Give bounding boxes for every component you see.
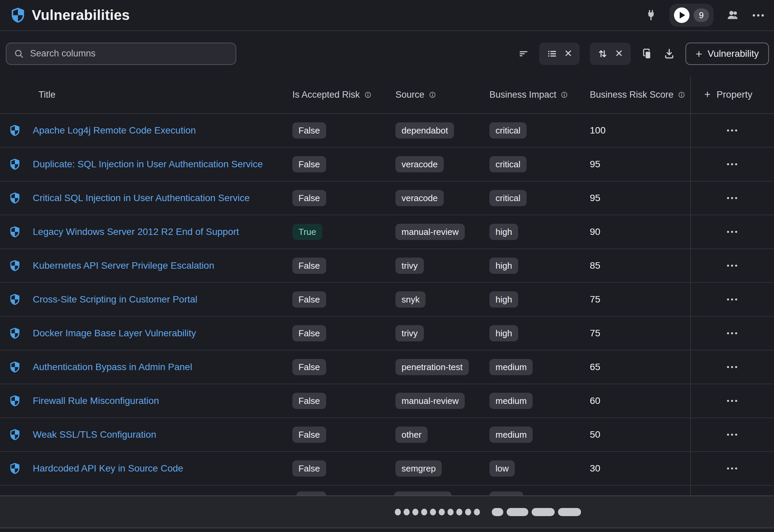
users-icon [726, 8, 740, 22]
is-accepted-risk-badge: False [292, 325, 326, 341]
source-badge: veracode [395, 190, 444, 206]
business-risk-score-value: 100 [590, 125, 690, 136]
pagination-dots [395, 509, 480, 515]
vulnerability-title-link[interactable]: Authentication Bypass in Admin Panel [33, 362, 292, 372]
top-bar: Vulnerabilities 9 [0, 0, 774, 31]
row-actions-button[interactable] [722, 328, 742, 339]
vulnerability-shield-icon [9, 125, 21, 136]
is-accepted-risk-badge: False [292, 291, 326, 308]
source-badge: trivy [395, 258, 424, 274]
business-impact-badge: low [489, 460, 515, 477]
vulnerability-title-link[interactable]: Docker Image Base Layer Vulnerability [33, 328, 292, 339]
plus-icon: + [696, 48, 702, 59]
page-title: Vulnerabilities [32, 7, 130, 23]
copy-button[interactable] [641, 48, 653, 60]
vulnerability-title-link[interactable]: Legacy Windows Server 2012 R2 End of Sup… [33, 226, 292, 237]
clear-group-icon[interactable]: ✕ [564, 49, 572, 58]
business-risk-score-value: 65 [590, 362, 690, 372]
row-actions-button[interactable] [722, 294, 742, 305]
ellipsis-icon [753, 14, 755, 17]
ellipsis-icon [727, 129, 729, 131]
row-actions-button[interactable] [722, 192, 742, 204]
search-columns-input[interactable] [30, 48, 228, 59]
plug-icon [645, 9, 657, 21]
row-actions-button[interactable] [722, 226, 742, 238]
clear-sort-icon[interactable]: ✕ [615, 49, 623, 58]
add-vulnerability-label: Vulnerability [708, 48, 759, 59]
row-actions-button[interactable] [722, 125, 742, 136]
vulnerability-shield-icon [9, 429, 21, 440]
download-button[interactable] [663, 48, 675, 60]
vulnerability-title-link[interactable]: Cross-Site Scripting in Customer Portal [33, 294, 292, 305]
business-risk-score-value: 30 [590, 463, 690, 474]
top-bar-actions: 9 [645, 4, 764, 27]
business-risk-score-value: 95 [590, 159, 690, 170]
info-icon[interactable] [364, 91, 372, 99]
vulnerability-shield-icon [9, 159, 21, 170]
integrations-button[interactable] [645, 9, 657, 21]
vulnerability-title-link[interactable]: Duplicate: SQL Injection in User Authent… [33, 159, 292, 170]
vulnerability-title-link[interactable]: Weak SSL/TLS Configuration [33, 429, 292, 440]
ellipsis-icon [727, 298, 729, 300]
source-badge: trivy [395, 325, 424, 341]
is-accepted-risk-badge: False [292, 156, 326, 172]
add-vulnerability-button[interactable]: + Vulnerability [685, 43, 769, 65]
info-icon[interactable] [560, 91, 568, 99]
row-actions-button[interactable] [722, 429, 742, 440]
source-badge: penetration-test [395, 359, 469, 375]
source-badge: snyk [395, 291, 426, 308]
info-icon[interactable] [429, 91, 436, 99]
vulnerability-title-link[interactable]: Firewall Rule Misconfiguration [33, 395, 292, 406]
vulnerability-title-link[interactable]: Kubernetes API Server Privilege Escalati… [33, 260, 292, 271]
is-accepted-risk-badge: False [292, 427, 326, 443]
group-by-toggle[interactable]: ✕ [539, 43, 580, 65]
run-count-badge: 9 [694, 8, 709, 22]
vulnerability-title-link[interactable]: Critical SQL Injection in User Authentic… [33, 193, 292, 203]
source-badge: manual-review [395, 224, 465, 240]
plus-icon: + [704, 89, 710, 101]
business-impact-badge: critical [489, 156, 527, 172]
vulnerability-shield-icon [9, 463, 21, 474]
business-risk-score-value: 85 [590, 260, 690, 271]
row-actions-button[interactable] [722, 260, 742, 271]
column-header-business-risk-score: Business Risk Score [590, 90, 690, 100]
source-badge: manual-review [395, 393, 465, 409]
more-options-button[interactable] [753, 14, 764, 17]
add-property-button[interactable]: + Property [690, 89, 774, 101]
row-actions-button[interactable] [722, 395, 742, 407]
is-accepted-risk-badge: False [292, 190, 326, 206]
vulnerability-title-link[interactable]: Hardcoded API Key in Source Code [33, 463, 292, 474]
vulnerability-title-link[interactable]: Apache Log4j Remote Code Execution [33, 125, 292, 136]
table-header-row: Title Is Accepted Risk Source Business I… [0, 76, 774, 114]
ellipsis-icon [727, 366, 729, 368]
vulnerability-shield-icon [9, 294, 21, 305]
runs-button[interactable]: 9 [670, 4, 713, 27]
business-risk-score-value: 90 [590, 226, 690, 237]
info-icon[interactable] [678, 91, 685, 99]
partial-badge [489, 491, 523, 495]
row-actions-button[interactable] [722, 159, 742, 170]
row-actions-button[interactable] [722, 361, 742, 373]
vulnerability-shield-icon [9, 226, 21, 238]
is-accepted-risk-badge: False [292, 122, 326, 139]
filter-button[interactable] [518, 48, 529, 59]
filter-icon [518, 48, 529, 59]
users-button[interactable] [726, 8, 740, 22]
business-impact-badge: medium [489, 393, 533, 409]
search-box[interactable] [6, 43, 236, 65]
business-risk-score-value: 75 [590, 294, 690, 305]
app-header: Vulnerabilities [10, 7, 130, 23]
source-badge: dependabot [395, 122, 454, 139]
ellipsis-icon [727, 400, 729, 402]
business-risk-score-value: 75 [590, 328, 690, 339]
business-impact-badge: high [489, 291, 518, 308]
sort-toggle[interactable]: ✕ [590, 43, 630, 65]
table-row: Weak SSL/TLS Configuration False other m… [0, 418, 774, 452]
table-row: Duplicate: SQL Injection in User Authent… [0, 148, 774, 182]
row-actions-button[interactable] [722, 463, 742, 474]
vulnerability-shield-icon [9, 395, 21, 407]
table-footer [0, 495, 774, 528]
toolbar: ✕ ✕ + Vulnerability [0, 31, 774, 76]
table-row: Docker Image Base Layer Vulnerability Fa… [0, 317, 774, 350]
partial-badge [296, 491, 326, 495]
